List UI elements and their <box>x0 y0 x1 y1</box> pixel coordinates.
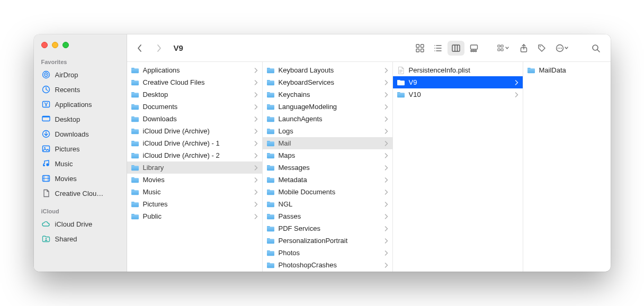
folder-row-downloads[interactable]: Downloads <box>127 113 262 125</box>
chevron-right-icon <box>254 190 258 195</box>
sidebar-item-desktop[interactable]: Desktop <box>34 112 127 127</box>
chevron-right-icon <box>384 80 388 85</box>
folder-row-photos[interactable]: Photos <box>263 247 392 259</box>
view-list-button[interactable] <box>430 41 446 56</box>
sidebar-item-downloads[interactable]: Downloads <box>34 127 127 141</box>
folder-row-keychains[interactable]: Keychains <box>263 88 392 101</box>
sidebar-item-music[interactable]: Music <box>34 156 127 171</box>
sidebar-heading: Favorites <box>34 57 127 67</box>
share-button[interactable] <box>515 41 532 56</box>
row-label: PersistenceInfo.plist <box>409 66 518 74</box>
recents-icon <box>41 85 51 94</box>
folder-row-library[interactable]: Library <box>127 161 262 174</box>
svg-rect-34 <box>498 45 500 47</box>
sidebar-item-shared[interactable]: Shared <box>34 231 127 246</box>
file-row-persistenceinfo-plist[interactable]: PersistenceInfo.plist <box>393 64 523 76</box>
view-columns-button[interactable] <box>448 41 464 56</box>
folder-row-maps[interactable]: Maps <box>263 149 392 161</box>
folder-icon <box>266 236 275 246</box>
folder-row-mobile-documents[interactable]: Mobile Documents <box>263 186 392 198</box>
minimize-window-button[interactable] <box>52 42 58 48</box>
folder-row-mail[interactable]: Mail <box>263 137 392 149</box>
svg-rect-47 <box>399 71 402 71</box>
svg-point-9 <box>44 147 45 148</box>
search-button[interactable] <box>587 41 604 56</box>
folder-row-photoshopcrashes[interactable]: PhotoshopCrashes <box>263 259 392 271</box>
folder-icon <box>266 200 275 209</box>
folder-icon <box>130 175 140 185</box>
sidebar-item-airdrop[interactable]: AirDrop <box>34 67 127 82</box>
row-label: Passes <box>279 212 379 220</box>
folder-row-public[interactable]: Public <box>127 210 262 222</box>
tags-button[interactable] <box>533 41 550 56</box>
sidebar-item-label: Music <box>55 160 73 168</box>
folder-icon <box>130 102 140 112</box>
folder-icon <box>526 66 536 75</box>
folder-row-passes[interactable]: Passes <box>263 210 392 222</box>
zoom-window-button[interactable] <box>62 42 69 48</box>
sidebar-item-label: Recents <box>55 86 80 94</box>
chevron-right-icon <box>254 153 258 158</box>
folder-row-keyboard-layouts[interactable]: Keyboard Layouts <box>263 64 392 76</box>
sidebar-item-applications[interactable]: Applications <box>34 97 127 112</box>
row-label: Mobile Documents <box>279 188 379 196</box>
view-icons-button[interactable] <box>412 41 428 56</box>
folder-icon <box>130 163 140 173</box>
folder-row-music[interactable]: Music <box>127 186 262 198</box>
music-icon <box>41 159 51 168</box>
back-button[interactable] <box>131 41 148 56</box>
sidebar-item-label: Creative Clou… <box>55 190 104 197</box>
folder-row-languagemodeling[interactable]: LanguageModeling <box>263 101 392 113</box>
folder-row-icloud-drive-archive-2[interactable]: iCloud Drive (Archive) - 2 <box>127 149 262 161</box>
column-browser: ApplicationsCreative Cloud FilesDesktopD… <box>127 62 611 272</box>
folder-row-logs[interactable]: Logs <box>263 125 392 137</box>
row-label: Metadata <box>279 176 379 184</box>
sidebar-item-creative-clou[interactable]: Creative Clou… <box>34 186 127 201</box>
svg-rect-32 <box>473 50 475 52</box>
folder-row-launchagents[interactable]: LaunchAgents <box>263 113 392 125</box>
sidebar-item-pictures[interactable]: Pictures <box>34 141 127 156</box>
folder-row-personalizationportrait[interactable]: PersonalizationPortrait <box>263 235 392 247</box>
folder-row-ngl[interactable]: NGL <box>263 198 392 210</box>
folder-row-metadata[interactable]: Metadata <box>263 174 392 186</box>
view-gallery-button[interactable] <box>466 41 482 56</box>
row-label: PhotoshopCrashes <box>279 261 379 269</box>
folder-icon <box>130 139 140 148</box>
folder-row-keyboardservices[interactable]: KeyboardServices <box>263 76 392 88</box>
column-1: Keyboard LayoutsKeyboardServicesKeychain… <box>263 62 393 272</box>
folder-row-creative-cloud-files[interactable]: Creative Cloud Files <box>127 76 262 88</box>
downloads-icon <box>41 129 51 139</box>
row-label: MailData <box>539 66 606 74</box>
forward-button[interactable] <box>150 41 167 56</box>
folder-row-maildata[interactable]: MailData <box>523 64 611 76</box>
folder-row-pdf-services[interactable]: PDF Services <box>263 222 392 235</box>
folder-row-v10[interactable]: V10 <box>393 88 523 101</box>
row-label: PersonalizationPortrait <box>279 237 379 245</box>
action-menu-button[interactable] <box>551 41 573 56</box>
folder-icon <box>266 114 275 124</box>
chevron-right-icon <box>254 202 258 207</box>
folder-row-movies[interactable]: Movies <box>127 174 262 186</box>
folder-row-pictures[interactable]: Pictures <box>127 198 262 210</box>
close-window-button[interactable] <box>41 42 48 48</box>
chevron-right-icon <box>384 190 388 195</box>
folder-row-messages[interactable]: Messages <box>263 161 392 174</box>
folder-row-applications[interactable]: Applications <box>127 64 262 76</box>
folder-row-desktop[interactable]: Desktop <box>127 88 262 101</box>
folder-row-icloud-drive-archive[interactable]: iCloud Drive (Archive) <box>127 125 262 137</box>
chevron-right-icon <box>515 80 518 85</box>
folder-row-icloud-drive-archive-1[interactable]: iCloud Drive (Archive) - 1 <box>127 137 262 149</box>
folder-row-v9[interactable]: V9 <box>393 76 523 88</box>
folder-row-documents[interactable]: Documents <box>127 101 262 113</box>
folder-icon <box>266 90 275 100</box>
sidebar-item-movies[interactable]: Movies <box>34 171 127 186</box>
svg-rect-19 <box>416 49 419 52</box>
window-controls <box>34 39 127 53</box>
sidebar-item-icloud-drive[interactable]: iCloud Drive <box>34 217 127 231</box>
sidebar-item-recents[interactable]: Recents <box>34 82 127 97</box>
chevron-right-icon <box>254 177 258 183</box>
row-label: Keychains <box>279 91 379 98</box>
row-label: Pictures <box>143 200 249 208</box>
chevron-right-icon <box>384 141 388 146</box>
group-by-button[interactable] <box>493 41 514 56</box>
